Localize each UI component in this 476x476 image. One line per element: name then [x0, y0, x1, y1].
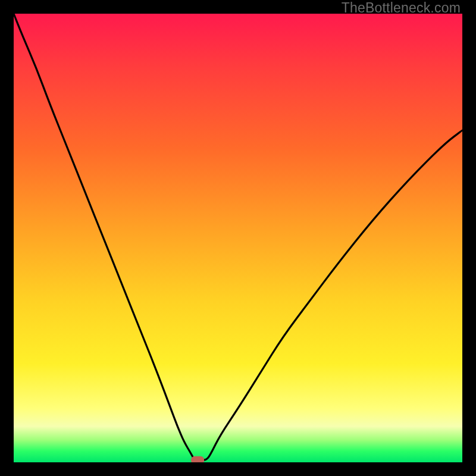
- optimal-point-marker: [191, 456, 204, 462]
- bottleneck-curve: [14, 14, 462, 460]
- plot-area: [14, 14, 462, 462]
- bottleneck-curve-svg: [14, 14, 462, 462]
- attribution-text: TheBottleneck.com: [342, 0, 461, 16]
- chart-frame: TheBottleneck.com: [0, 0, 476, 476]
